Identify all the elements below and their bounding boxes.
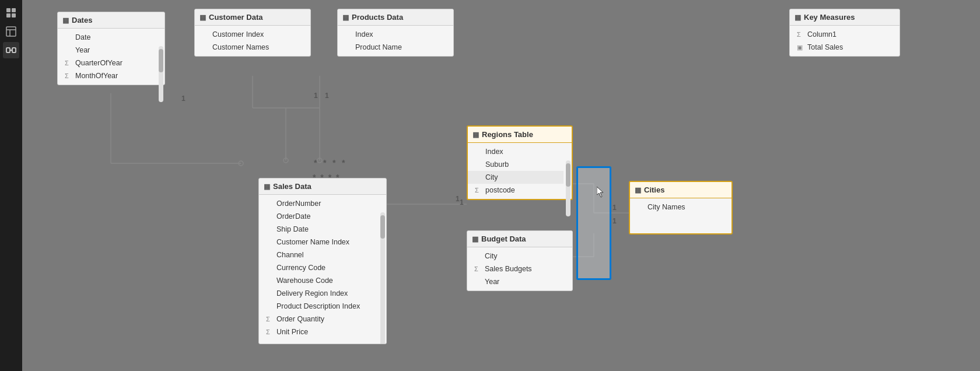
customer-data-title: Customer Data	[209, 13, 262, 22]
model-view-icon[interactable]	[3, 42, 19, 58]
list-item: Customer Name Index	[259, 236, 378, 249]
svg-point-12	[239, 161, 243, 166]
list-item: City	[467, 250, 572, 262]
list-item: Index	[338, 28, 453, 41]
svg-text:1: 1	[314, 92, 318, 100]
list-item: Year	[467, 275, 572, 288]
table-header-icon: ▦	[794, 13, 801, 22]
budget-data-title: Budget Data	[481, 235, 526, 243]
svg-text:1: 1	[612, 217, 617, 225]
customer-data-body: Customer Index Customer Names	[195, 26, 310, 56]
list-item: Product Description Index	[259, 300, 378, 313]
cardinality-label: 1	[460, 198, 464, 206]
svg-rect-2	[6, 13, 10, 18]
dates-title: Dates	[72, 16, 92, 24]
list-item: Σ Column1	[790, 28, 900, 41]
scroll-thumb[interactable]	[566, 163, 570, 187]
sales-data-table: ▦ Sales Data OrderNumber OrderDate Ship …	[258, 178, 387, 344]
svg-rect-0	[6, 8, 10, 12]
customer-data-header: ▦ Customer Data	[195, 9, 310, 26]
many-marker: * * * *	[313, 173, 340, 182]
budget-data-header: ▦ Budget Data	[467, 231, 572, 247]
list-item: Σ Order Quantity	[259, 313, 378, 326]
cities-table-body: City Names	[630, 198, 732, 233]
regions-table-title: Regions Table	[482, 130, 533, 139]
table-header-icon: ▦	[635, 186, 641, 194]
key-measures-body: Σ Column1 ▣ Total Sales	[790, 26, 900, 56]
sigma-icon: Σ	[65, 72, 72, 79]
svg-text:*: *	[342, 158, 345, 167]
list-item: Delivery Region Index	[259, 287, 378, 300]
list-item: Σ Sales Budgets	[467, 262, 572, 275]
svg-rect-4	[6, 27, 16, 36]
sigma-icon: Σ	[475, 187, 482, 194]
list-item: Σ Unit Price	[259, 326, 378, 338]
sales-data-body: OrderNumber OrderDate Ship Date Customer…	[259, 195, 386, 341]
list-item: Product Name	[338, 41, 453, 54]
scrollbar[interactable]	[380, 212, 385, 344]
products-data-table: ▦ Products Data Index Product Name	[337, 9, 454, 57]
sales-data-title: Sales Data	[273, 182, 312, 191]
table-header-icon: ▦	[200, 13, 206, 22]
dates-table: ▦ Dates Date Year Σ QuarterOfYear Σ Mont…	[57, 12, 165, 85]
svg-text:*: *	[323, 158, 327, 167]
connector-node-blue	[576, 166, 611, 280]
scrollbar[interactable]	[159, 46, 163, 102]
list-item: Year	[58, 44, 156, 57]
list-item: Warehouse Code	[259, 274, 378, 287]
scroll-thumb[interactable]	[380, 215, 385, 239]
products-data-header: ▦ Products Data	[338, 9, 453, 26]
sigma-icon: Σ	[266, 328, 273, 335]
svg-rect-7	[6, 48, 10, 52]
products-data-title: Products Data	[352, 13, 403, 22]
list-item: Customer Names	[195, 41, 310, 54]
table-view-icon[interactable]	[3, 23, 19, 40]
svg-point-17	[284, 158, 288, 163]
list-item: City Names	[630, 201, 732, 214]
scrollbar[interactable]	[566, 160, 570, 216]
list-item: Σ MonthOfYear	[58, 69, 156, 82]
sigma-icon: Σ	[474, 265, 481, 272]
svg-point-19	[317, 158, 322, 163]
svg-rect-8	[12, 48, 16, 52]
svg-rect-3	[12, 13, 16, 18]
customer-data-table: ▦ Customer Data Customer Index Customer …	[194, 9, 311, 57]
table-header-icon: ▦	[472, 235, 478, 243]
svg-text:1: 1	[612, 204, 617, 212]
svg-text:*: *	[332, 158, 336, 167]
list-item: OrderNumber	[259, 197, 378, 210]
svg-text:1: 1	[181, 94, 186, 103]
list-item: Ship Date	[259, 223, 378, 236]
dates-table-header: ▦ Dates	[58, 12, 164, 29]
table-header-icon: ▦	[342, 13, 349, 22]
report-view-icon[interactable]	[3, 5, 19, 21]
scroll-thumb[interactable]	[159, 49, 163, 72]
list-item: Currency Code	[259, 261, 378, 274]
sigma-icon: Σ	[266, 316, 273, 323]
sigma-icon: Σ	[797, 31, 804, 38]
diagram-canvas: 1 1 1 1 1 1 * * * * ▦ Dates Date Year	[22, 0, 980, 371]
key-measures-header: ▦ Key Measures	[790, 9, 900, 26]
table-small-icon: ▣	[797, 44, 804, 51]
cities-table-header: ▦ Cities	[630, 182, 732, 198]
list-item: Index	[468, 145, 564, 158]
list-item: Suburb	[468, 158, 564, 171]
table-header-icon: ▦	[264, 183, 270, 191]
list-item: Channel	[259, 249, 378, 261]
table-header-icon: ▦	[62, 16, 69, 24]
list-item: Σ postcode	[468, 184, 564, 197]
budget-data-body: City Σ Sales Budgets Year	[467, 247, 572, 290]
city-field-row: City	[468, 171, 564, 184]
svg-text:1: 1	[456, 195, 460, 203]
products-data-body: Index Product Name	[338, 26, 453, 56]
key-measures-title: Key Measures	[804, 13, 855, 22]
dates-table-body: Date Year Σ QuarterOfYear Σ MonthOfYear	[58, 29, 164, 85]
svg-text:1: 1	[325, 92, 329, 100]
svg-rect-1	[12, 8, 16, 12]
budget-data-table: ▦ Budget Data City Σ Sales Budgets Year	[467, 230, 573, 291]
regions-table-body: Index Suburb City Σ postcode	[468, 143, 572, 199]
list-item: Customer Index	[195, 28, 310, 41]
cities-table: ▦ Cities City Names	[629, 181, 733, 235]
svg-text:*: *	[314, 158, 317, 167]
regions-table: ▦ Regions Table Index Suburb City Σ post…	[467, 125, 573, 200]
